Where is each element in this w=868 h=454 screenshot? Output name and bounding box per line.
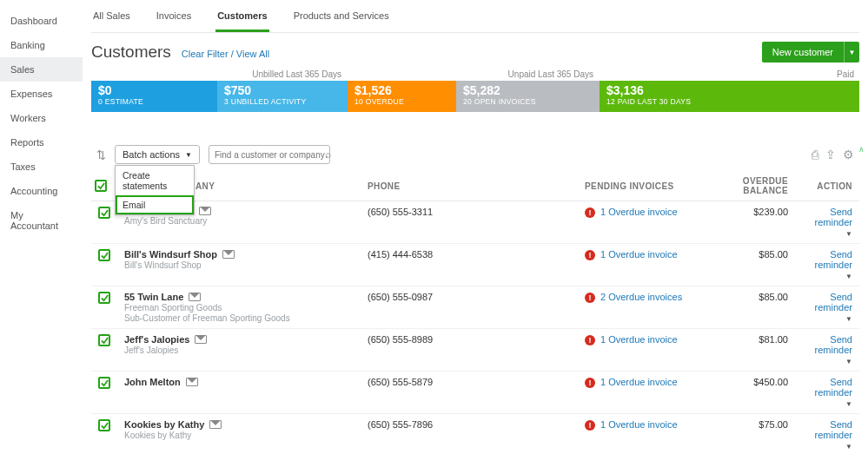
kpi-card-1[interactable]: $7503 UNBILLED ACTIVITY (217, 81, 348, 112)
sidebar-item-accounting[interactable]: Accounting (0, 179, 83, 203)
row-checkbox[interactable] (98, 419, 110, 431)
send-reminder-action[interactable]: Send reminder (802, 419, 852, 440)
pending-invoice-link[interactable]: 1 Overdue invoice (600, 249, 678, 260)
mail-icon[interactable] (209, 420, 222, 429)
customer-phone: (650) 555-5879 (361, 372, 578, 414)
kpi-sub: 12 PAID LAST 30 DAYS (606, 97, 852, 106)
action-dropdown[interactable]: ▼ (845, 358, 852, 365)
tab-customers[interactable]: Customers (215, 3, 268, 32)
subnav-tabs: All SalesInvoicesCustomersProducts and S… (91, 3, 859, 33)
kpi-amount: $1,526 (354, 84, 449, 97)
tab-invoices[interactable]: Invoices (155, 3, 193, 32)
sidebar-item-workers[interactable]: Workers (0, 106, 83, 130)
new-customer-button[interactable]: New customer (762, 42, 844, 63)
sidebar-item-sales[interactable]: Sales (0, 57, 83, 82)
search-input[interactable] (215, 150, 325, 160)
alert-icon: ! (585, 420, 595, 431)
send-reminder-action[interactable]: Send reminder (802, 334, 852, 355)
kpi-sub: 0 ESTIMATE (98, 97, 210, 106)
pending-invoice-link[interactable]: 2 Overdue invoices (600, 292, 682, 302)
action-dropdown[interactable]: ▼ (845, 400, 852, 408)
alert-icon: ! (585, 293, 595, 303)
search-icon[interactable]: ⌕ (325, 148, 331, 161)
mail-icon[interactable] (195, 335, 207, 344)
table-row: John Melton (650) 555-5879!1 Overdue inv… (91, 372, 859, 414)
mail-icon[interactable] (189, 293, 201, 301)
kpi-amount: $0 (98, 84, 210, 97)
send-reminder-action[interactable]: Send reminder (802, 207, 852, 227)
customer-name[interactable]: Kookies by Kathy (124, 419, 204, 430)
table-row: Jeff's Jalopies Jeff's Jalopies(650) 555… (91, 329, 859, 372)
sidebar-item-taxes[interactable]: Taxes (0, 155, 83, 179)
sidebar-item-dashboard[interactable]: Dashboard (0, 9, 83, 33)
mail-icon[interactable] (186, 378, 198, 386)
customer-name[interactable]: Jeff's Jalopies (124, 334, 189, 345)
kpi-sub: 3 UNBILLED ACTIVITY (224, 97, 341, 106)
customer-name[interactable]: John Melton (124, 377, 181, 387)
settings-icon[interactable]: ⚙ (843, 148, 854, 161)
pending-invoice-link[interactable]: 1 Overdue invoice (600, 207, 678, 217)
pending-invoice-link[interactable]: 1 Overdue invoice (600, 419, 678, 430)
scroll-up-icon[interactable]: ∧ (858, 145, 865, 154)
kpi-group-label-unpaid: Unpaid Last 365 Days (347, 69, 599, 79)
sidebar-item-banking[interactable]: Banking (0, 33, 83, 57)
pending-invoice-link[interactable]: 1 Overdue invoice (600, 377, 678, 387)
pending-invoice-link[interactable]: 1 Overdue invoice (600, 334, 678, 345)
sidebar-item-my-accountant[interactable]: My Accountant (0, 203, 83, 238)
action-dropdown[interactable]: ▼ (845, 273, 852, 280)
left-sidebar: DashboardBankingSalesExpensesWorkersRepo… (0, 0, 83, 454)
mail-icon[interactable] (222, 250, 235, 259)
col-header-action: ACTION (795, 171, 859, 201)
col-header-company: ANY (195, 181, 215, 191)
batch-menu-email[interactable]: Email (116, 195, 194, 214)
customer-name[interactable]: Bill's Windsurf Shop (124, 249, 217, 260)
col-header-phone: PHONE (361, 171, 578, 201)
new-customer-dropdown[interactable]: ▼ (844, 42, 859, 63)
chevron-down-icon: ▼ (185, 151, 192, 159)
batch-actions-button[interactable]: Batch actions ▼ Create statements Email (115, 145, 200, 164)
tab-all-sales[interactable]: All Sales (91, 3, 132, 32)
search-box[interactable]: ⌕ (209, 145, 330, 164)
col-header-pending: PENDING INVOICES (578, 171, 708, 201)
action-dropdown[interactable]: ▼ (845, 315, 852, 323)
tab-products-and-services[interactable]: Products and Services (292, 3, 391, 32)
row-checkbox[interactable] (98, 292, 110, 304)
print-icon[interactable]: ⎙ (812, 148, 818, 161)
page-title: Customers (91, 43, 171, 62)
col-header-overdue: OVERDUE BALANCE (708, 171, 795, 201)
action-dropdown[interactable]: ▼ (845, 230, 852, 238)
kpi-card-4[interactable]: $3,13612 PAID LAST 30 DAYS (600, 81, 859, 112)
row-checkbox[interactable] (98, 334, 110, 346)
kpi-card-3[interactable]: $5,28220 OPEN INVOICES (456, 81, 600, 112)
kpi-group-label-paid: Paid (599, 69, 859, 79)
row-checkbox[interactable] (98, 377, 110, 389)
sidebar-item-reports[interactable]: Reports (0, 130, 83, 155)
kpi-amount: $5,282 (463, 84, 593, 97)
batch-menu-create-statements[interactable]: Create statements (116, 166, 194, 195)
alert-icon: ! (585, 250, 595, 260)
action-dropdown[interactable]: ▼ (845, 443, 852, 451)
export-icon[interactable]: ⇪ (825, 148, 836, 161)
kpi-card-0[interactable]: $00 ESTIMATE (91, 81, 217, 112)
clear-filter-link[interactable]: Clear Filter / View All (182, 49, 269, 59)
row-checkbox[interactable] (98, 249, 110, 261)
customer-phone: (415) 444-6538 (361, 244, 578, 286)
customer-sub2: Sub-Customer of Freeman Sporting Goods (124, 313, 354, 323)
filter-icon[interactable]: ⇅ (96, 148, 106, 161)
row-checkbox[interactable] (98, 207, 110, 219)
kpi-card-2[interactable]: $1,52610 OVERDUE (348, 81, 456, 112)
customer-phone: (650) 555-8989 (361, 329, 578, 372)
alert-icon: ! (585, 378, 595, 388)
send-reminder-action[interactable]: Send reminder (802, 249, 852, 270)
customer-name[interactable]: 55 Twin Lane (124, 292, 183, 302)
kpi-amount: $3,136 (606, 84, 852, 97)
customer-phone: (650) 555-3311 (361, 201, 578, 244)
batch-actions-label: Batch actions (123, 149, 180, 160)
sidebar-item-expenses[interactable]: Expenses (0, 82, 83, 106)
send-reminder-action[interactable]: Send reminder (802, 292, 852, 313)
send-reminder-action[interactable]: Send reminder (802, 377, 852, 398)
table-row: Kookies by Kathy Kookies by Kathy(650) 5… (91, 414, 859, 455)
mail-icon[interactable] (199, 207, 211, 215)
kpi-sub: 10 OVERDUE (354, 97, 449, 106)
select-all-checkbox[interactable] (95, 180, 107, 192)
